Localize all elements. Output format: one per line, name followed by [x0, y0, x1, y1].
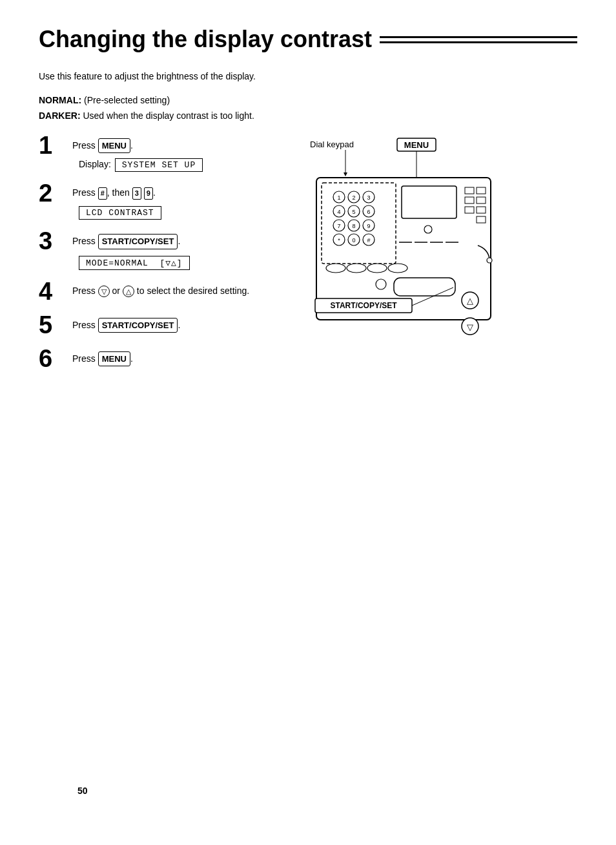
title-line-1: [380, 36, 577, 38]
settings-description: NORMAL: (Pre-selected setting) DARKER: U…: [39, 93, 577, 124]
step-4-text: Press ▽ or △ to select the desired setti…: [72, 284, 291, 298]
darker-desc: DARKER: Used when the display contrast i…: [39, 109, 577, 124]
device-diagram: Dial keypad MENU: [303, 136, 504, 355]
intro-text: Use this feature to adjust the brightnes…: [39, 71, 577, 81]
step-2-display: LCD CONTRAST: [79, 206, 161, 220]
title-text: Changing the display contrast: [39, 26, 372, 53]
svg-point-48: [487, 258, 492, 263]
svg-text:9: 9: [367, 223, 370, 229]
svg-rect-46: [394, 278, 455, 296]
step-4-number: 4: [39, 279, 72, 304]
step-2-text: Press #, then 3 9.: [72, 186, 291, 200]
step-3-text: Press START/COPY/SET.: [72, 234, 291, 249]
dial-keypad-label: Dial keypad: [310, 140, 354, 149]
step-3-content: Press START/COPY/SET. MODE=NORMAL [▽△]: [72, 231, 291, 270]
svg-rect-36: [477, 207, 486, 213]
step-4: 4 Press ▽ or △ to select the desired set…: [39, 282, 291, 304]
step-3: 3 Press START/COPY/SET. MODE=NORMAL [▽△]: [39, 231, 291, 270]
key-3: 3: [132, 187, 141, 200]
svg-rect-33: [465, 207, 474, 213]
svg-point-47: [376, 279, 386, 289]
steps-column: 1 Press MENU. Display: SYSTEM SET UP 2 P: [39, 136, 291, 382]
start-copy-set-label: START/COPY/SET: [330, 301, 397, 310]
diagram-column: Dial keypad MENU: [303, 136, 577, 382]
step-1: 1 Press MENU. Display: SYSTEM SET UP: [39, 136, 291, 172]
step-2-number: 2: [39, 181, 72, 205]
step-3-number: 3: [39, 229, 72, 253]
menu-key-step1: MENU: [98, 138, 130, 154]
svg-text:*: *: [338, 237, 340, 244]
main-content: 1 Press MENU. Display: SYSTEM SET UP 2 P: [39, 136, 577, 382]
svg-point-30: [424, 225, 432, 233]
svg-text:3: 3: [367, 194, 370, 201]
page-title: Changing the display contrast: [39, 26, 577, 53]
page-number: 50: [77, 786, 88, 796]
step-1-display-row: Display: SYSTEM SET UP: [79, 156, 291, 172]
hash-key: #: [98, 187, 107, 200]
svg-rect-35: [477, 197, 486, 203]
darker-label: DARKER:: [39, 110, 81, 121]
step-2: 2 Press #, then 3 9. LCD CONTRAST: [39, 183, 291, 220]
step-5-content: Press START/COPY/SET.: [72, 315, 291, 336]
display-label: Display:: [79, 159, 111, 169]
step-1-text: Press MENU.: [72, 138, 291, 154]
down-arrow-step4: ▽: [98, 286, 110, 297]
svg-rect-29: [402, 186, 457, 218]
svg-rect-34: [477, 187, 486, 194]
start-copy-set-key-step3: START/COPY/SET: [98, 234, 178, 249]
step-1-number: 1: [39, 133, 72, 158]
step-5: 5 Press START/COPY/SET.: [39, 315, 291, 337]
step-3-display-wrapper: MODE=NORMAL [▽△]: [79, 253, 291, 270]
step-1-display: SYSTEM SET UP: [115, 158, 203, 172]
step-3-display: MODE=NORMAL [▽△]: [79, 256, 190, 270]
svg-rect-31: [465, 187, 474, 194]
step-6-number: 6: [39, 346, 72, 371]
svg-point-42: [326, 264, 345, 273]
svg-point-45: [388, 264, 407, 273]
step-5-text: Press START/COPY/SET.: [72, 318, 291, 333]
step-6-text: Press MENU.: [72, 351, 291, 367]
svg-rect-37: [477, 216, 486, 223]
step-2-display-wrapper: LCD CONTRAST: [79, 203, 291, 220]
title-line-2: [380, 41, 577, 43]
step-1-content: Press MENU. Display: SYSTEM SET UP: [72, 136, 291, 172]
svg-text:5: 5: [352, 209, 355, 215]
svg-rect-32: [465, 197, 474, 203]
svg-text:4: 4: [337, 209, 340, 215]
svg-text:6: 6: [367, 209, 370, 215]
normal-desc: NORMAL: (Pre-selected setting): [39, 93, 577, 109]
svg-text:▽: ▽: [467, 322, 473, 332]
title-decoration: [380, 36, 577, 43]
svg-text:#: #: [367, 237, 370, 244]
svg-point-43: [347, 264, 366, 273]
step-2-content: Press #, then 3 9. LCD CONTRAST: [72, 183, 291, 220]
step-5-number: 5: [39, 313, 72, 337]
menu-key-step6: MENU: [98, 351, 130, 367]
svg-text:7: 7: [337, 223, 340, 229]
svg-text:1: 1: [337, 194, 340, 201]
start-copy-set-key-step5: START/COPY/SET: [98, 318, 178, 333]
diagram-wrapper: Dial keypad MENU: [303, 136, 504, 357]
step-6-content: Press MENU.: [72, 349, 291, 370]
svg-text:0: 0: [352, 237, 355, 244]
svg-text:2: 2: [352, 194, 355, 201]
step-6: 6 Press MENU.: [39, 349, 291, 371]
normal-label: NORMAL:: [39, 95, 81, 105]
menu-label: MENU: [404, 140, 429, 150]
step-4-content: Press ▽ or △ to select the desired setti…: [72, 282, 291, 300]
svg-text:8: 8: [352, 223, 355, 229]
key-9: 9: [144, 187, 153, 200]
svg-text:△: △: [467, 296, 473, 306]
up-arrow-step4: △: [123, 286, 134, 297]
svg-point-44: [367, 264, 387, 273]
